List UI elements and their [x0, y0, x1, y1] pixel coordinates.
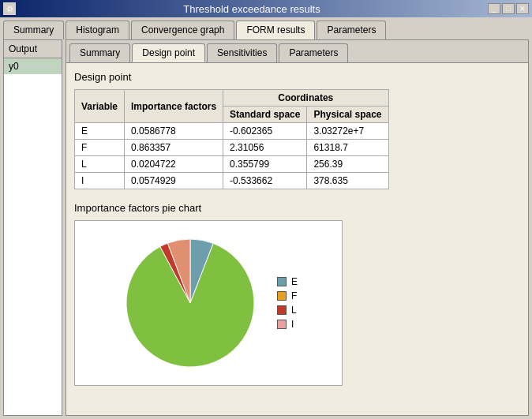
col-importance-factors: Importance factors	[125, 90, 223, 123]
cell-variable: I	[75, 173, 125, 189]
cell-variable: E	[75, 123, 125, 140]
table-row: L 0.0204722 0.355799 256.39	[75, 156, 389, 173]
cell-importance-factor: 0.863357	[125, 140, 223, 156]
pie-chart-wrapper: EFLI	[119, 232, 298, 374]
cell-physical-space: 61318.7	[307, 140, 388, 156]
main-panel: Summary Design point Sensitivities Param…	[66, 39, 529, 416]
table-row: I 0.0574929 -0.533662 378.635	[75, 173, 389, 189]
legend-item-e: E	[277, 276, 298, 287]
top-tab-bar: Summary Histogram Convergence graph FORM…	[0, 17, 532, 39]
legend-label-f: F	[291, 290, 297, 301]
legend-item-f: F	[277, 290, 298, 301]
content-area: Output y0 Summary Design point Sensitivi…	[0, 39, 532, 419]
pie-chart-svg	[119, 232, 261, 374]
window-title: Threshold exceedance results	[16, 3, 488, 15]
table-row: E 0.0586778 -0.602365 3.03272e+7	[75, 123, 389, 140]
col-coordinates: Coordinates	[223, 90, 388, 107]
cell-standard-space: 0.355799	[223, 156, 307, 173]
pie-legend: EFLI	[277, 276, 298, 330]
sub-tab-sensitivities[interactable]: Sensitivities	[207, 43, 277, 62]
cell-standard-space: -0.533662	[223, 173, 307, 189]
legend-label-i: I	[291, 319, 294, 330]
col-physical-space: Physical space	[307, 107, 388, 123]
design-point-title: Design point	[74, 71, 520, 83]
cell-physical-space: 256.39	[307, 156, 388, 173]
cell-standard-space: -0.602365	[223, 123, 307, 140]
cell-importance-factor: 0.0586778	[125, 123, 223, 140]
tab-parameters[interactable]: Parameters	[317, 21, 386, 39]
sidebar-header: Output	[4, 40, 62, 58]
close-button[interactable]: ✕	[516, 3, 529, 14]
minimize-button[interactable]: _	[488, 3, 500, 14]
pie-section-title: Importance factors pie chart	[74, 202, 520, 214]
cell-physical-space: 3.03272e+7	[307, 123, 388, 140]
legend-item-i: I	[277, 319, 298, 330]
sub-tab-design-point[interactable]: Design point	[132, 43, 205, 62]
design-point-table: Variable Importance factors Coordinates …	[74, 89, 389, 189]
cell-physical-space: 378.635	[307, 173, 388, 189]
legend-color-e	[277, 277, 287, 286]
legend-color-i	[277, 320, 287, 329]
cell-variable: F	[75, 140, 125, 156]
sidebar: Output y0	[3, 39, 62, 416]
cell-standard-space: 2.31056	[223, 140, 307, 156]
sub-tab-summary[interactable]: Summary	[69, 43, 130, 62]
panel-content: Design point Variable Importance factors…	[66, 62, 528, 415]
tab-histogram[interactable]: Histogram	[66, 21, 129, 39]
cell-importance-factor: 0.0204722	[125, 156, 223, 173]
sidebar-item-y0[interactable]: y0	[4, 58, 62, 74]
tab-convergence-graph[interactable]: Convergence graph	[131, 21, 234, 39]
legend-color-l	[277, 305, 287, 315]
legend-color-f	[277, 291, 287, 301]
table-row: F 0.863357 2.31056 61318.7	[75, 140, 389, 156]
col-variable: Variable	[75, 90, 125, 123]
title-bar: ⚙ Threshold exceedance results _ □ ✕	[0, 0, 532, 17]
maximize-button[interactable]: □	[502, 3, 515, 14]
legend-item-l: L	[277, 305, 298, 316]
sub-tab-parameters[interactable]: Parameters	[279, 43, 348, 62]
sub-tab-bar: Summary Design point Sensitivities Param…	[66, 40, 528, 62]
cell-variable: L	[75, 156, 125, 173]
window-controls: _ □ ✕	[488, 3, 529, 14]
tab-form-results[interactable]: FORM results	[236, 21, 315, 39]
cell-importance-factor: 0.0574929	[125, 173, 223, 189]
legend-label-l: L	[291, 305, 297, 316]
legend-label-e: E	[291, 276, 298, 287]
tab-summary[interactable]: Summary	[3, 21, 64, 39]
main-container: Summary Histogram Convergence graph FORM…	[0, 17, 532, 419]
app-icon: ⚙	[3, 2, 16, 15]
col-standard-space: Standard space	[223, 107, 307, 123]
pie-chart-container: EFLI	[74, 220, 343, 386]
